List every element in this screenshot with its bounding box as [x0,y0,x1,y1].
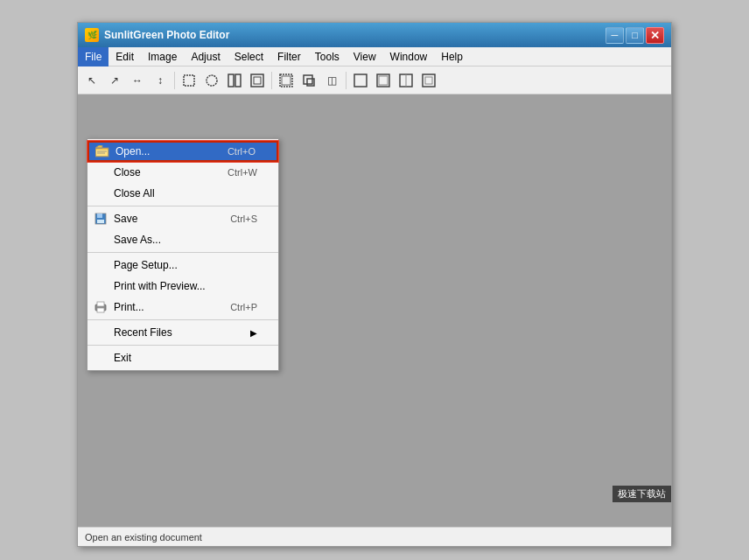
menu-tools[interactable]: Tools [308,47,346,66]
svg-rect-12 [379,76,388,85]
file-dropdown-menu: Open... Ctrl+O Close Ctrl+W Close All [87,138,279,371]
open-shortcut: Ctrl+O [228,146,256,157]
title-bar: 🌿 SunlitGreen Photo Editor ─ □ ✕ [78,23,671,47]
rect-select-icon [182,74,196,88]
menu-file[interactable]: File [78,47,108,66]
svg-rect-10 [354,74,367,87]
menu-view[interactable]: View [346,47,383,66]
menu-exit[interactable]: Exit [88,347,278,368]
menu-window[interactable]: Window [383,47,435,66]
frame1-icon [354,74,368,88]
toolbar-frame1[interactable] [350,70,371,91]
print-shortcut: Ctrl+P [230,302,257,312]
menu-image[interactable]: Image [141,47,184,66]
svg-rect-8 [304,75,312,84]
svg-marker-18 [95,145,102,148]
frame2-icon [376,74,390,88]
print-icon [93,299,108,315]
menu-edit[interactable]: Edit [108,47,141,66]
toolbar-flip[interactable]: ◫ [321,70,342,91]
main-window: 🌿 SunlitGreen Photo Editor ─ □ ✕ File Ed… [77,22,672,547]
app-icon: 🌿 [85,28,99,42]
toolbar: ↖ ↗ ↔ ↕ [78,66,671,94]
frame4-icon [422,74,436,88]
save-shortcut: Ctrl+S [230,214,257,224]
svg-rect-5 [254,77,261,84]
toolbar-sep-2 [271,72,272,89]
toolbar-arrow-upleft[interactable]: ↖ [81,70,102,91]
close-label: Close [114,166,141,178]
menu-open[interactable]: Open... Ctrl+O [88,141,278,162]
svg-rect-4 [251,74,263,87]
svg-rect-3 [235,74,241,87]
toolbar-resize-v[interactable]: ↕ [150,70,171,91]
status-bar: Open an existing document [78,527,671,546]
close-all-label: Close All [114,187,155,200]
toolbar-ellipse-select[interactable] [201,70,222,91]
menu-select[interactable]: Select [228,47,270,66]
toolbar-rotate[interactable] [298,70,319,91]
toolbar-magic-wand[interactable] [247,70,268,91]
svg-rect-23 [97,214,102,218]
maximize-button[interactable]: □ [626,27,644,44]
menu-close-all[interactable]: Close All [88,183,278,204]
menu-recent-files[interactable]: Recent Files ▶ [88,322,278,343]
page-setup-label: Page Setup... [114,259,178,271]
menu-help[interactable]: Help [434,47,470,66]
svg-rect-27 [97,308,104,312]
toolbar-frame2[interactable] [373,70,394,91]
print-preview-label: Print with Preview... [114,280,206,292]
sep-4 [88,345,278,346]
toolbar-rect-select[interactable] [178,70,200,91]
open-label: Open... [116,145,150,158]
toolbar-frame3[interactable] [396,70,416,91]
ellipse-select-icon [205,74,219,88]
watermark: 极速下载站 [612,486,671,502]
save-icon [93,211,108,227]
open-icon [94,144,110,159]
toolbar-frame4[interactable] [418,70,439,91]
toolbar-sep-3 [346,72,346,89]
lasso-icon [228,74,242,88]
toolbar-lasso[interactable] [224,70,245,91]
sep-2 [88,252,278,253]
minimize-button[interactable]: ─ [606,27,624,44]
svg-rect-16 [425,77,432,84]
svg-point-1 [206,75,217,86]
menu-print[interactable]: Print... Ctrl+P [88,297,278,318]
frame3-icon [399,74,413,88]
svg-rect-19 [96,150,108,156]
menu-adjust[interactable]: Adjust [184,47,227,66]
save-as-label: Save As... [114,234,161,246]
svg-rect-9 [307,79,314,86]
exit-label: Exit [114,352,131,364]
svg-rect-24 [97,220,104,223]
canvas-area: Open... Ctrl+O Close Ctrl+W Close All [78,94,671,527]
close-shortcut: Ctrl+W [228,167,257,178]
svg-rect-0 [184,75,194,86]
menu-filter[interactable]: Filter [270,47,308,66]
sep-3 [88,319,278,320]
svg-rect-26 [97,302,104,306]
toolbar-resize-h[interactable]: ↔ [127,70,148,91]
menu-print-preview[interactable]: Print with Preview... [88,276,278,297]
window-title: SunlitGreen Photo Editor [104,29,229,41]
close-button[interactable]: ✕ [646,27,664,44]
magic-wand-icon [250,74,264,88]
window-controls: ─ □ ✕ [606,27,664,44]
menu-save-as[interactable]: Save As... [88,229,278,250]
menu-save[interactable]: Save Ctrl+S [88,208,278,229]
toolbar-crop[interactable] [276,70,297,91]
svg-rect-7 [282,76,290,85]
menu-close[interactable]: Close Ctrl+W [88,162,278,183]
status-text: Open an existing document [85,532,202,542]
sep-1 [88,206,278,206]
toolbar-arrow-upright[interactable]: ↗ [104,70,125,91]
menu-bar: File Edit Image Adjust Select Filter Too… [78,47,671,66]
crop-icon [279,74,293,88]
save-label: Save [114,213,137,225]
recent-files-arrow: ▶ [250,328,257,338]
menu-page-setup[interactable]: Page Setup... [88,255,278,276]
print-label: Print... [114,301,144,313]
svg-rect-15 [423,74,435,87]
